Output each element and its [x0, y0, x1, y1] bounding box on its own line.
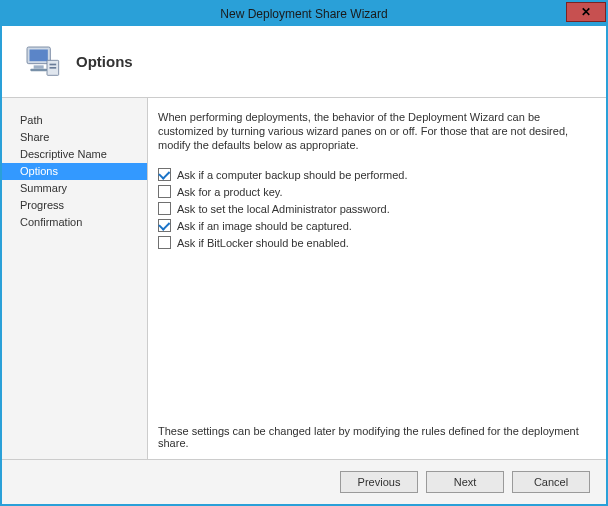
footnote-text: These settings can be changed later by m…: [158, 417, 588, 449]
option-label: Ask if an image should be captured.: [177, 220, 352, 232]
option-checkbox[interactable]: [158, 168, 171, 181]
sidebar-item-options[interactable]: Options: [2, 163, 147, 180]
option-label: Ask to set the local Administrator passw…: [177, 203, 390, 215]
sidebar-item-summary[interactable]: Summary: [2, 180, 147, 197]
main-area: PathShareDescriptive NameOptionsSummaryP…: [2, 98, 606, 460]
cancel-button[interactable]: Cancel: [512, 471, 590, 493]
option-label: Ask if BitLocker should be enabled.: [177, 237, 349, 249]
option-row: Ask if BitLocker should be enabled.: [158, 236, 588, 249]
svg-rect-5: [50, 63, 57, 65]
intro-text: When performing deployments, the behavio…: [158, 110, 588, 152]
options-list: Ask if a computer backup should be perfo…: [158, 164, 588, 253]
sidebar-item-path[interactable]: Path: [2, 112, 147, 129]
previous-button[interactable]: Previous: [340, 471, 418, 493]
previous-label: Previous: [358, 476, 401, 488]
header-strip: Options: [2, 26, 606, 98]
option-row: Ask to set the local Administrator passw…: [158, 202, 588, 215]
svg-rect-1: [30, 49, 48, 61]
close-icon: ✕: [581, 5, 591, 19]
content-pane: When performing deployments, the behavio…: [147, 98, 606, 459]
next-label: Next: [454, 476, 477, 488]
wizard-steps-sidebar: PathShareDescriptive NameOptionsSummaryP…: [2, 98, 147, 459]
titlebar: New Deployment Share Wizard ✕: [2, 2, 606, 26]
option-row: Ask for a product key.: [158, 185, 588, 198]
svg-rect-2: [34, 65, 44, 68]
option-checkbox[interactable]: [158, 202, 171, 215]
computer-icon: [22, 42, 62, 82]
sidebar-item-progress[interactable]: Progress: [2, 197, 147, 214]
close-button[interactable]: ✕: [566, 2, 606, 22]
cancel-label: Cancel: [534, 476, 568, 488]
window-title: New Deployment Share Wizard: [220, 7, 387, 21]
window-body: Options PathShareDescriptive NameOptions…: [2, 26, 606, 504]
option-row: Ask if an image should be captured.: [158, 219, 588, 232]
sidebar-item-descriptive-name[interactable]: Descriptive Name: [2, 146, 147, 163]
option-label: Ask if a computer backup should be perfo…: [177, 169, 408, 181]
option-label: Ask for a product key.: [177, 186, 283, 198]
next-button[interactable]: Next: [426, 471, 504, 493]
svg-rect-6: [50, 67, 57, 69]
option-checkbox[interactable]: [158, 185, 171, 198]
svg-rect-3: [30, 68, 47, 71]
wizard-window: New Deployment Share Wizard ✕ Options Pa…: [0, 0, 608, 506]
sidebar-item-share[interactable]: Share: [2, 129, 147, 146]
sidebar-item-confirmation[interactable]: Confirmation: [2, 214, 147, 231]
option-checkbox[interactable]: [158, 236, 171, 249]
option-checkbox[interactable]: [158, 219, 171, 232]
page-title: Options: [76, 53, 133, 70]
spacer: [158, 253, 588, 417]
button-bar: Previous Next Cancel: [2, 460, 606, 504]
option-row: Ask if a computer backup should be perfo…: [158, 168, 588, 181]
